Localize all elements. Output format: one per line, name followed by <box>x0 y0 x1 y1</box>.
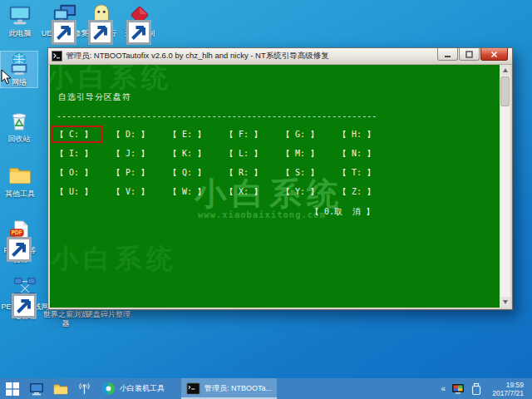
watermark-tile: 小白系统 <box>52 241 178 278</box>
svg-text:PDF: PDF <box>12 229 22 235</box>
taskbar-item-label: 管理员: NTBOOTa... <box>204 383 272 394</box>
console-app-icon <box>52 51 62 62</box>
shortcut-arrow-icon <box>7 237 15 245</box>
red-diamond-icon <box>127 2 152 27</box>
drive-cell-S[interactable]: 【 S: 】 <box>282 167 318 179</box>
drive-cell-Y[interactable]: 【 Y: 】 <box>282 186 318 198</box>
watermark-url: www.xiaobaixitong.com <box>198 209 326 219</box>
desktop-icon-label: 回收站 <box>1 135 37 144</box>
xiaobai-tool-icon <box>101 382 116 396</box>
console-icon <box>186 382 200 396</box>
drive-cell-K[interactable]: 【 K: 】 <box>169 148 205 160</box>
taskbar-item-xiaobai[interactable]: 小白装机工具 <box>96 378 170 399</box>
windows-logo-icon <box>6 382 19 396</box>
maximize-button[interactable] <box>459 48 480 61</box>
desktop-icon-label: 此电脑 <box>2 29 38 38</box>
desktop: 此电脑UEFI引导修复手动运行远程控制 网络回收站其他工具PDFPE联网等说明P… <box>0 0 532 399</box>
mouse-cursor <box>1 69 12 88</box>
drive-cell-P[interactable]: 【 P: 】 <box>112 167 149 179</box>
drive-cell-J[interactable]: 【 J: 】 <box>112 148 149 160</box>
drive-cell-X[interactable]: 【 X: 】 <box>225 186 262 198</box>
system-tray: « 19:59 2017/7/21 <box>438 378 532 399</box>
drive-cell-E[interactable]: 【 E: 】 <box>169 129 205 140</box>
taskbar: 小白装机工具 管理员: NTBOOTa... « 19:59 2017/7/21 <box>0 378 532 399</box>
desktop-icon-label: 其他工具 <box>1 190 39 199</box>
desktop-icon-remote-control[interactable]: 远程控制 <box>120 2 160 38</box>
drive-cell-L[interactable]: 【 L: 】 <box>225 148 262 160</box>
drive-cell-T[interactable]: 【 T: 】 <box>338 167 375 179</box>
pdf-icon: PDF <box>7 219 32 244</box>
computer-icon <box>7 2 32 27</box>
pe-display-button[interactable] <box>24 378 48 399</box>
file-explorer-button[interactable] <box>48 378 72 399</box>
desktop-icon-this-pc[interactable]: 此电脑 <box>2 2 38 38</box>
console-divider: ----------------------------------------… <box>57 111 377 121</box>
drive-cell-O[interactable]: 【 O: 】 <box>56 167 92 179</box>
drive-cell-Q[interactable]: 【 Q: 】 <box>169 167 205 179</box>
shortcut-arrow-icon <box>88 20 96 28</box>
clock-date: 2017/7/21 <box>492 389 524 397</box>
close-button[interactable] <box>480 48 508 61</box>
start-button[interactable] <box>0 378 24 399</box>
network-antenna-button[interactable] <box>72 378 96 399</box>
scrollbar-thumb[interactable] <box>500 76 510 106</box>
scroll-up-button[interactable] <box>500 65 510 76</box>
ntbootautofix-window: 管理员: NTBOOTautofix v2.6.0 by chz_hlh and… <box>47 47 513 310</box>
recycle-bin-icon <box>7 108 32 133</box>
dual-monitor-icon <box>52 2 77 27</box>
drive-cell-D[interactable]: 【 D: 】 <box>112 129 149 140</box>
clock-time: 19:59 <box>492 381 524 389</box>
desktop-icon-manual-run[interactable]: 手动运行 <box>81 2 121 38</box>
selected-drive-highlight <box>52 126 103 143</box>
drive-cell-N[interactable]: 【 N: 】 <box>338 148 375 160</box>
drive-cell-U[interactable]: 【 U: 】 <box>56 186 92 198</box>
shortcut-arrow-icon <box>126 20 135 28</box>
shortcut-arrow-icon <box>12 293 20 302</box>
minimize-button[interactable] <box>437 48 458 61</box>
console-heading: 自选引导分区盘符 <box>58 91 131 103</box>
drive-cell-I[interactable]: 【 I: 】 <box>56 148 92 160</box>
window-titlebar[interactable]: 管理员: NTBOOTautofix v2.6.0 by chz_hlh and… <box>48 48 512 65</box>
drive-cell-R[interactable]: 【 R: 】 <box>225 167 262 179</box>
desktop-icon-pe-network-guide[interactable]: PDFPE联网等说明 <box>1 219 39 264</box>
usb-device-tray-icon[interactable] <box>470 382 483 396</box>
taskbar-item-label: 小白装机工具 <box>120 383 165 394</box>
display-icon <box>29 382 44 397</box>
desktop-icon-recycle-bin[interactable]: 回收站 <box>1 108 37 144</box>
drive-cell-G[interactable]: 【 G: 】 <box>282 129 318 140</box>
drive-cell-M[interactable]: 【 M: 】 <box>282 148 318 160</box>
console-screen: 小白系统 小白系统 小白系统 www.xiaobaixitong.com 自选引… <box>50 65 501 308</box>
folder-icon <box>53 382 68 397</box>
drive-cell-F[interactable]: 【 F: 】 <box>225 129 262 140</box>
taskbar-item-ntboot[interactable]: 管理员: NTBOOTa... <box>181 378 277 399</box>
cancel-option[interactable]: 【 0.取 消 】 <box>311 206 374 218</box>
network-diagram-icon <box>12 276 37 301</box>
shortcut-arrow-icon <box>52 20 60 28</box>
drive-cell-Z[interactable]: 【 Z: 】 <box>338 186 375 198</box>
drive-cell-V[interactable]: 【 V: 】 <box>112 186 149 198</box>
folder-icon <box>7 163 32 188</box>
desktop-icon-disk-defrag[interactable]: 硬盘碎片整理 <box>84 310 132 319</box>
ghost-icon <box>89 2 114 27</box>
taskbar-clock[interactable]: 19:59 2017/7/21 <box>485 381 529 397</box>
scroll-down-button[interactable] <box>500 297 510 308</box>
console-scrollbar[interactable] <box>500 65 510 308</box>
antenna-icon <box>77 382 91 396</box>
desktop-icon-world-window-browser[interactable]: 世界之窗浏览器 <box>42 310 90 328</box>
hidden-icons-chevron[interactable]: « <box>438 384 450 393</box>
desktop-icon-other-tools[interactable]: 其他工具 <box>1 163 39 199</box>
window-controls <box>436 48 508 61</box>
drive-cell-H[interactable]: 【 H: 】 <box>338 129 375 140</box>
drive-cell-W[interactable]: 【 W: 】 <box>169 186 205 198</box>
display-color-tray-icon[interactable] <box>451 382 465 396</box>
